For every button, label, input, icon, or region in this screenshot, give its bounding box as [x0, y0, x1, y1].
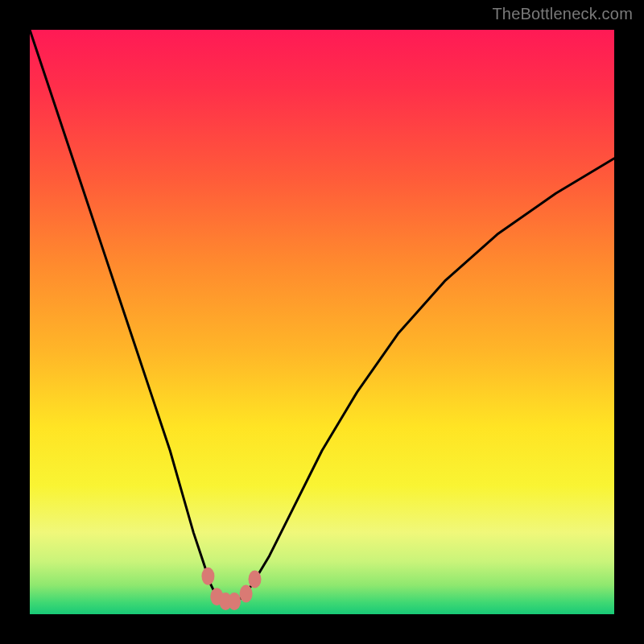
bottleneck-curve	[30, 30, 614, 602]
curve-marker	[201, 568, 214, 585]
curve-marker	[240, 585, 253, 603]
chart-frame: TheBottleneck.com	[0, 0, 644, 644]
chart-svg	[30, 30, 614, 614]
watermark-text: TheBottleneck.com	[492, 5, 633, 23]
curve-marker	[228, 592, 241, 610]
plot-area	[30, 30, 614, 614]
curve-markers	[201, 568, 261, 610]
curve-marker	[249, 570, 262, 588]
